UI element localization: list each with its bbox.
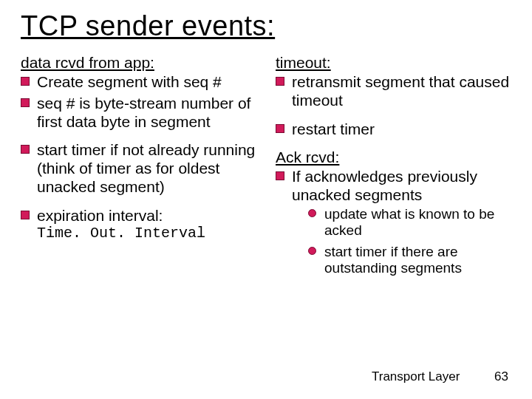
left-list: Create segment with seq # seq # is byte-… xyxy=(21,73,256,242)
timeout-list: retransmit segment that caused timeout r… xyxy=(276,73,511,138)
left-column: data rcvd from app: Create segment with … xyxy=(21,52,256,287)
ack-list: If acknowledges previously unacked segme… xyxy=(276,168,511,276)
list-item-text: expiration interval: xyxy=(37,207,163,224)
list-item: expiration interval: Time. Out. Interval xyxy=(21,207,256,242)
list-item: start timer if not already running (thin… xyxy=(21,141,256,196)
section-heading-timeout: timeout: xyxy=(276,54,511,72)
list-item-text: If acknowledges previously unacked segme… xyxy=(292,168,477,203)
page-title: TCP sender events: xyxy=(21,10,511,42)
page-number: 63 xyxy=(494,369,508,383)
list-item: Create segment with seq # xyxy=(21,73,256,92)
right-column: timeout: retransmit segment that caused … xyxy=(276,52,511,287)
sublist-item: start timer if there are outstanding seg… xyxy=(308,244,511,277)
sublist-item: update what is known to be acked xyxy=(308,206,511,239)
ack-sublist: update what is known to be acked start t… xyxy=(292,206,511,277)
list-item: restart timer xyxy=(276,120,511,139)
list-item: seq # is byte-stream number of first dat… xyxy=(21,95,256,132)
footer: Transport Layer 63 xyxy=(372,369,508,384)
section-heading-ack: Ack rcvd: xyxy=(276,149,511,166)
footer-label: Transport Layer xyxy=(372,369,460,383)
expiration-code: Time. Out. Interval xyxy=(37,225,256,242)
section-heading-data-rcvd: data rcvd from app: xyxy=(21,54,256,72)
list-item: retransmit segment that caused timeout xyxy=(276,73,511,110)
content-columns: data rcvd from app: Create segment with … xyxy=(21,52,511,287)
list-item: If acknowledges previously unacked segme… xyxy=(276,168,511,276)
slide: TCP sender events: data rcvd from app: C… xyxy=(0,0,532,399)
